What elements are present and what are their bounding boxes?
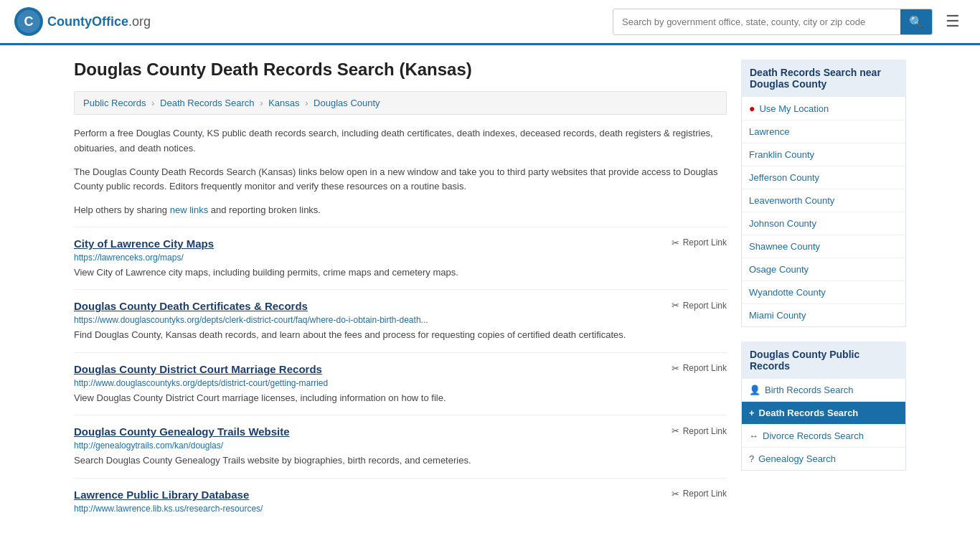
report-link-1[interactable]: ✂ Report Link (672, 237, 727, 248)
nearby-miami-label: Miami County (749, 310, 806, 321)
nearby-jefferson-link[interactable]: Jefferson County (742, 166, 905, 189)
logo-text: CountyOffice.org (47, 14, 151, 29)
result-title-row: Douglas County Death Certificates & Reco… (74, 300, 727, 312)
sidebar-item-birth-records[interactable]: 👤 Birth Records Search (742, 379, 905, 402)
person-icon: 👤 (749, 385, 760, 395)
result-title-row: Douglas County Genealogy Trails Website … (74, 425, 727, 438)
nearby-leavenworth-link[interactable]: Leavenworth County (742, 189, 905, 212)
result-title-4[interactable]: Douglas County Genealogy Trails Website (74, 425, 290, 438)
page-title: Douglas County Death Records Search (Kan… (74, 60, 727, 80)
nearby-franklin-label: Franklin County (749, 149, 814, 160)
death-records-label: Death Records Search (759, 408, 859, 418)
breadcrumb-douglas-county[interactable]: Douglas County (314, 98, 380, 108)
result-url-4[interactable]: http://genealogytrails.com/kan/douglas/ (74, 441, 727, 451)
result-item: Douglas County Death Certificates & Reco… (74, 289, 727, 352)
breadcrumb-sep2: › (260, 98, 263, 108)
use-my-location-label: Use My Location (759, 103, 829, 114)
search-button[interactable]: 🔍 (900, 9, 932, 34)
breadcrumb-sep3: › (305, 98, 308, 108)
divorce-records-link[interactable]: ↔ Divorce Records Search (742, 425, 905, 447)
hamburger-button[interactable]: ☰ (940, 9, 966, 34)
report-label-5: Report Link (683, 489, 727, 499)
sidebar-public-records-title: Douglas County Public Records (741, 342, 906, 379)
main-container: Douglas County Death Records Search (Kan… (60, 45, 920, 541)
sidebar-nearby-list: ● Use My Location Lawrence Franklin Coun… (741, 97, 906, 327)
report-link-2[interactable]: ✂ Report Link (672, 300, 727, 311)
sidebar-nearby-section: Death Records Search near Douglas County… (741, 60, 906, 327)
sidebar-nearby-title: Death Records Search near Douglas County (741, 60, 906, 97)
nearby-shawnee-link[interactable]: Shawnee County (742, 235, 905, 258)
breadcrumb-sep1: › (151, 98, 154, 108)
result-title-row: Lawrence Public Library Database ✂ Repor… (74, 489, 727, 501)
report-link-5[interactable]: ✂ Report Link (672, 489, 727, 499)
intro3-before: Help others by sharing (74, 204, 170, 215)
breadcrumb-death-records-search[interactable]: Death Records Search (160, 98, 255, 108)
scissors-icon-5: ✂ (672, 489, 679, 499)
result-item: Lawrence Public Library Database ✂ Repor… (74, 478, 727, 527)
genealogy-link[interactable]: ? Genealogy Search (742, 448, 905, 470)
report-label-1: Report Link (683, 237, 727, 248)
svg-text:C: C (24, 14, 34, 29)
header-right: 🔍 ☰ (613, 9, 966, 35)
nearby-wyandotte-link[interactable]: Wyandotte County (742, 281, 905, 303)
result-desc-3: View Douglas County District Court marri… (74, 391, 727, 405)
divorce-records-label: Divorce Records Search (763, 430, 864, 441)
sidebar-item-wyandotte[interactable]: Wyandotte County (742, 281, 905, 304)
breadcrumb-kansas[interactable]: Kansas (268, 98, 299, 108)
result-title-5[interactable]: Lawrence Public Library Database (74, 489, 249, 501)
result-title-2[interactable]: Douglas County Death Certificates & Reco… (74, 300, 308, 312)
search-input[interactable] (613, 11, 900, 33)
sidebar-public-records-section: Douglas County Public Records 👤 Birth Re… (741, 342, 906, 471)
result-url-3[interactable]: http://www.douglascountyks.org/depts/dis… (74, 378, 727, 388)
intro3-after: and reporting broken links. (208, 204, 321, 215)
nearby-osage-link[interactable]: Osage County (742, 258, 905, 281)
result-item: City of Lawrence City Maps ✂ Report Link… (74, 227, 727, 290)
sidebar-item-lawrence[interactable]: Lawrence (742, 121, 905, 143)
birth-records-link[interactable]: 👤 Birth Records Search (742, 379, 905, 401)
result-item: Douglas County Genealogy Trails Website … (74, 415, 727, 478)
nearby-leavenworth-label: Leavenworth County (749, 195, 834, 206)
scissors-icon-1: ✂ (672, 237, 679, 248)
result-url-1[interactable]: https://lawrenceks.org/maps/ (74, 253, 727, 263)
sidebar-item-death-records[interactable]: + Death Records Search (742, 402, 905, 425)
nearby-lawrence-link[interactable]: Lawrence (742, 121, 905, 143)
nearby-wyandotte-label: Wyandotte County (749, 287, 826, 298)
report-link-4[interactable]: ✂ Report Link (672, 425, 727, 436)
site-header: C CountyOffice.org 🔍 ☰ (0, 0, 980, 45)
sidebar-item-leavenworth[interactable]: Leavenworth County (742, 189, 905, 212)
birth-records-label: Birth Records Search (765, 385, 854, 395)
result-desc-4: Search Douglas County Genealogy Trails w… (74, 453, 727, 468)
breadcrumb: Public Records › Death Records Search › … (74, 91, 727, 115)
sidebar-item-johnson[interactable]: Johnson County (742, 212, 905, 235)
sidebar-item-jefferson[interactable]: Jefferson County (742, 166, 905, 189)
report-label-3: Report Link (683, 363, 727, 373)
question-icon: ? (749, 453, 754, 464)
death-records-link[interactable]: + Death Records Search (742, 402, 905, 424)
result-url-5[interactable]: http://www.lawrence.lib.ks.us/research-r… (74, 504, 727, 514)
content-area: Douglas County Death Records Search (Kan… (74, 60, 727, 527)
breadcrumb-public-records[interactable]: Public Records (83, 98, 146, 108)
result-title-1[interactable]: City of Lawrence City Maps (74, 237, 214, 250)
sidebar-item-franklin[interactable]: Franklin County (742, 143, 905, 166)
new-links-link[interactable]: new links (170, 204, 208, 215)
sidebar-item-osage[interactable]: Osage County (742, 258, 905, 281)
result-desc-1: View City of Lawrence city maps, includi… (74, 265, 727, 280)
site-logo-icon: C (14, 7, 43, 36)
sidebar-item-shawnee[interactable]: Shawnee County (742, 235, 905, 258)
sidebar-item-genealogy[interactable]: ? Genealogy Search (742, 448, 905, 470)
use-my-location-link[interactable]: ● Use My Location (742, 97, 905, 120)
result-title-3[interactable]: Douglas County District Court Marriage R… (74, 363, 322, 375)
sidebar-use-my-location[interactable]: ● Use My Location (742, 97, 905, 121)
result-title-row: Douglas County District Court Marriage R… (74, 363, 727, 375)
intro-paragraph-1: Perform a free Douglas County, KS public… (74, 126, 727, 156)
nearby-franklin-link[interactable]: Franklin County (742, 143, 905, 166)
nearby-miami-link[interactable]: Miami County (742, 304, 905, 326)
result-url-2[interactable]: https://www.douglascountyks.org/depts/cl… (74, 315, 727, 325)
sidebar-item-divorce-records[interactable]: ↔ Divorce Records Search (742, 425, 905, 448)
genealogy-label: Genealogy Search (758, 453, 836, 464)
nearby-johnson-link[interactable]: Johnson County (742, 212, 905, 235)
intro-paragraph-2: The Douglas County Death Records Search … (74, 165, 727, 195)
report-link-3[interactable]: ✂ Report Link (672, 363, 727, 374)
nearby-osage-label: Osage County (749, 264, 809, 275)
sidebar-item-miami[interactable]: Miami County (742, 304, 905, 326)
